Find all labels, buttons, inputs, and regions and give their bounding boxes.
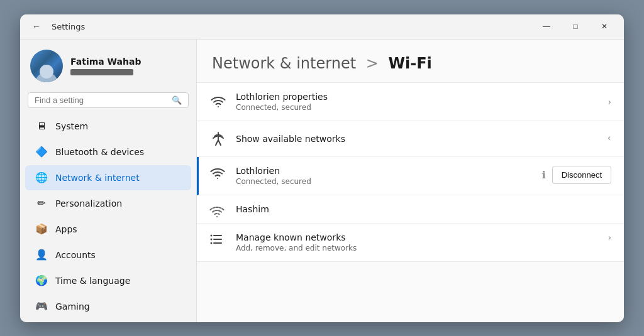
content-area: Fatima Wahab 🔍 🖥 System 🔷 Bluetooth & de… [20, 40, 624, 322]
lothlorien-properties-item[interactable]: Lothlorien properties Connected, secured… [197, 83, 624, 121]
sidebar: Fatima Wahab 🔍 🖥 System 🔷 Bluetooth & de… [20, 40, 196, 322]
breadcrumb-current: Wi-Fi [388, 55, 431, 72]
sidebar-item-label-bluetooth: Bluetooth & devices [55, 147, 144, 157]
close-button[interactable]: ✕ [590, 16, 619, 36]
user-profile[interactable]: Fatima Wahab [20, 40, 196, 90]
svg-point-0 [218, 106, 219, 107]
svg-point-5 [216, 216, 218, 217]
lothlorien-properties-subtitle: Connected, secured [236, 103, 599, 112]
hashim-info: Hashim [236, 204, 611, 214]
wifi-properties-icon [209, 93, 227, 111]
lothlorien-info: Lothlorien Connected, secured [236, 166, 542, 186]
sidebar-item-label-time: Time & language [55, 276, 130, 286]
manage-networks-subtitle: Add, remove, and edit networks [236, 244, 608, 252]
sidebar-item-bluetooth[interactable]: 🔷 Bluetooth & devices [25, 139, 191, 165]
page-header: Network & internet > Wi-Fi [197, 40, 624, 83]
sidebar-item-label-personalization: Personalization [55, 198, 122, 209]
svg-line-2 [216, 140, 218, 145]
chevron-right-icon: › [608, 97, 611, 107]
lothlorien-name: Lothlorien [236, 166, 542, 176]
chevron-up-icon: › [608, 134, 611, 144]
hashim-name: Hashim [236, 204, 611, 214]
maximize-button[interactable]: □ [561, 16, 590, 36]
system-icon: 🖥 [35, 120, 48, 133]
wifi-connected-icon [210, 166, 225, 184]
info-icon[interactable]: ℹ [542, 169, 546, 181]
antenna-icon [209, 130, 227, 148]
show-available-networks-section: Show available networks › [197, 121, 624, 262]
gaming-icon: 🎮 [35, 300, 48, 313]
sidebar-item-apps[interactable]: 📦 Apps [25, 217, 191, 242]
available-networks-list: Lothlorien Connected, secured ℹ Disconne… [197, 157, 624, 261]
show-available-networks-header[interactable]: Show available networks › [197, 121, 624, 157]
wifi-locked-icon [209, 204, 225, 222]
sidebar-item-label-accounts: Accounts [55, 250, 96, 260]
svg-point-4 [217, 178, 218, 179]
lothlorien-properties-text: Lothlorien properties Connected, secured [236, 92, 599, 112]
user-name: Fatima Wahab [70, 57, 141, 67]
svg-line-3 [218, 140, 221, 145]
main-panel: Network & internet > Wi-Fi [196, 40, 624, 322]
sidebar-item-gaming[interactable]: 🎮 Gaming [25, 294, 191, 319]
settings-window: ← Settings — □ ✕ Fatima Wahab 🔍 [20, 14, 624, 322]
sidebar-item-label-apps: Apps [55, 224, 77, 234]
minimize-button[interactable]: — [532, 16, 561, 36]
disconnect-button[interactable]: Disconnect [552, 166, 611, 184]
sidebar-item-label-network: Network & internet [55, 173, 140, 183]
sidebar-item-network[interactable]: 🌐 Network & internet [25, 165, 191, 190]
manage-networks-label: Manage known networks [236, 232, 608, 242]
sidebar-item-time[interactable]: 🌍 Time & language [25, 268, 191, 293]
network-item-lothlorien[interactable]: Lothlorien Connected, secured ℹ Disconne… [197, 157, 624, 195]
breadcrumb-parent[interactable]: Network & internet [212, 55, 356, 72]
titlebar: ← Settings — □ ✕ [20, 14, 624, 40]
sidebar-item-label-system: System [55, 121, 88, 131]
manage-networks-info: Manage known networks Add, remove, and e… [236, 232, 608, 252]
accounts-icon: 👤 [35, 249, 48, 261]
avatar [30, 50, 63, 82]
sidebar-item-accounts[interactable]: 👤 Accounts [25, 242, 191, 268]
network-icon: 🌐 [35, 171, 48, 184]
search-input[interactable] [35, 95, 167, 105]
apps-icon: 📦 [35, 223, 48, 236]
search-icon: 🔍 [172, 95, 182, 105]
network-item-hashim[interactable]: Hashim [197, 195, 624, 224]
wifi-properties-section: Lothlorien properties Connected, secured… [197, 83, 624, 121]
user-email [70, 69, 133, 75]
lothlorien-status: Connected, secured [236, 177, 542, 186]
time-icon: 🌍 [35, 274, 48, 287]
back-button[interactable]: ← [28, 18, 45, 35]
manage-networks-chevron: › [608, 232, 611, 242]
sidebar-item-personalization[interactable]: ✏️ Personalization [25, 191, 191, 216]
window-controls: — □ ✕ [532, 16, 619, 36]
lothlorien-actions: ℹ Disconnect [542, 166, 611, 184]
lothlorien-properties-title: Lothlorien properties [236, 92, 599, 102]
breadcrumb-separator: > [366, 55, 379, 72]
nav-list: 🖥 System 🔷 Bluetooth & devices 🌐 Network… [20, 113, 196, 320]
list-icon [209, 232, 223, 249]
search-box[interactable]: 🔍 [28, 92, 189, 108]
manage-known-networks-item[interactable]: Manage known networks Add, remove, and e… [197, 224, 624, 261]
personalization-icon: ✏️ [35, 197, 48, 210]
sidebar-item-label-gaming: Gaming [55, 301, 90, 312]
show-available-networks-label: Show available networks [236, 134, 599, 144]
user-info: Fatima Wahab [70, 57, 141, 75]
sidebar-item-system[interactable]: 🖥 System [25, 114, 191, 139]
bluetooth-icon: 🔷 [35, 146, 48, 158]
window-title: Settings [52, 22, 526, 31]
